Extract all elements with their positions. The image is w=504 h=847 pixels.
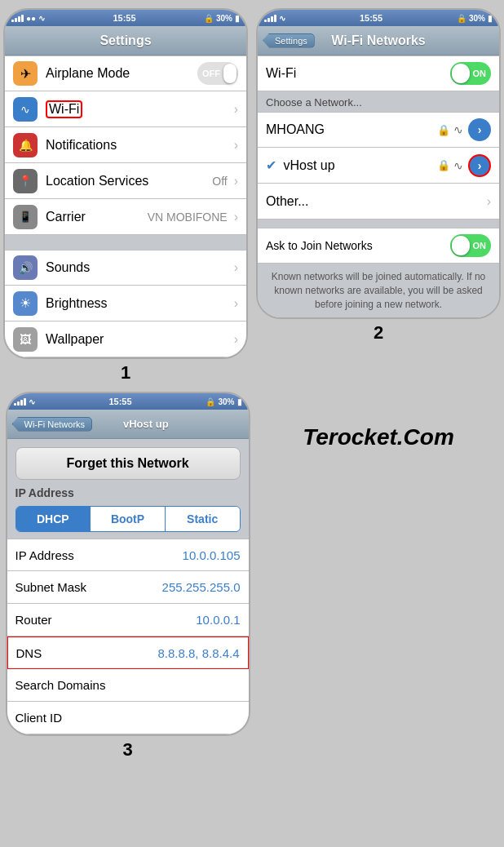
screen1-number: 1 bbox=[121, 362, 130, 384]
segment-control: DHCP BootP Static bbox=[15, 506, 241, 532]
airplane-toggle-label: OFF bbox=[202, 69, 220, 78]
screen2-number: 2 bbox=[374, 322, 383, 344]
wifi-toggle-knob bbox=[452, 64, 470, 83]
dns-label: DNS bbox=[16, 646, 158, 660]
search-domains-label: Search Domains bbox=[15, 678, 241, 692]
forget-network-btn[interactable]: Forget this Network bbox=[15, 447, 241, 480]
settings-group-1: ✈ Airplane Mode OFF ∿ Wi-Fi bbox=[5, 55, 246, 235]
brightness-label: Brightness bbox=[46, 296, 234, 311]
ask-join-row[interactable]: Ask to Join Networks ON bbox=[258, 228, 499, 264]
screen2-signal-bars bbox=[264, 15, 276, 22]
screen3-content: Forget this Network IP Address DHCP Boot… bbox=[7, 439, 249, 734]
airplane-label: Airplane Mode bbox=[46, 66, 197, 81]
carrier-icon: 📱 bbox=[13, 205, 38, 229]
other-row[interactable]: Other... › bbox=[258, 184, 499, 220]
airplane-row[interactable]: ✈ Airplane Mode OFF bbox=[5, 55, 246, 91]
ip-section-header: IP Address bbox=[7, 480, 249, 503]
screen2-battery: 30% bbox=[469, 14, 485, 23]
field-router[interactable]: Router 10.0.0.1 bbox=[7, 604, 249, 636]
wallpaper-label: Wallpaper bbox=[46, 332, 234, 347]
sounds-label: Sounds bbox=[46, 260, 234, 275]
ip-address-label: IP Address bbox=[15, 548, 183, 562]
screen2-spacer bbox=[258, 220, 499, 228]
location-chevron: › bbox=[234, 174, 238, 188]
screen2-wifi-icon: ∿ bbox=[279, 14, 285, 23]
brand-area: Terocket.Com bbox=[259, 424, 499, 450]
segment-dhcp[interactable]: DHCP bbox=[16, 507, 91, 531]
dns-value: 8.8.8.8, 8.8.4.4 bbox=[157, 646, 239, 660]
wallpaper-row[interactable]: 🖼 Wallpaper › bbox=[5, 322, 246, 357]
segment-static[interactable]: Static bbox=[166, 507, 240, 531]
sounds-row[interactable]: 🔊 Sounds › bbox=[5, 250, 246, 286]
wifi-toggle-switch[interactable]: ON bbox=[450, 62, 491, 85]
battery-icon: ▮ bbox=[235, 14, 240, 23]
wifi-chevron: › bbox=[234, 102, 238, 117]
group-spacer-1 bbox=[5, 235, 246, 250]
mhoang-wifi-icon: ∿ bbox=[453, 123, 463, 136]
screen3-back-button[interactable]: Wi-Fi Networks bbox=[12, 417, 93, 432]
network-row-mhoang[interactable]: MHOANG 🔒 ∿ › bbox=[258, 112, 499, 148]
lock-icon: 🔒 bbox=[204, 14, 214, 23]
vhost-wifi-icon: ∿ bbox=[453, 159, 463, 172]
field-dns[interactable]: DNS 8.8.8.8, 8.8.4.4 bbox=[7, 636, 249, 669]
ask-join-label: Ask to Join Networks bbox=[266, 239, 450, 252]
ask-join-info: Known networks will be joined automatica… bbox=[258, 264, 499, 317]
location-row[interactable]: 📍 Location Services Off › bbox=[5, 163, 246, 199]
wallpaper-icon: 🖼 bbox=[13, 327, 38, 352]
carrier-value: VN MOBIFONE bbox=[148, 211, 228, 224]
vhost-lock-icon: 🔒 bbox=[437, 159, 450, 171]
wifi-highlight: Wi-Fi bbox=[46, 100, 82, 118]
mhoang-icons: 🔒 ∿ bbox=[437, 123, 463, 136]
vhost-checkmark: ✔ bbox=[266, 158, 276, 172]
carrier-row[interactable]: 📱 Carrier VN MOBIFONE › bbox=[5, 199, 246, 235]
brightness-chevron: › bbox=[234, 296, 238, 311]
screen2-phone: ∿ 15:55 🔒 30% ▮ Settings Wi-Fi Networks … bbox=[256, 8, 501, 319]
other-label: Other... bbox=[266, 194, 487, 209]
vhost-name-text: vHost up bbox=[283, 158, 334, 172]
screen3-time: 15:55 bbox=[108, 397, 131, 406]
vhost-icons: 🔒 ∿ bbox=[437, 159, 463, 172]
brand-text: Terocket.Com bbox=[303, 424, 454, 450]
notifications-row[interactable]: 🔔 Notifications › bbox=[5, 127, 246, 163]
wifi-toggle-row[interactable]: Wi-Fi ON bbox=[258, 55, 499, 91]
sounds-chevron: › bbox=[234, 260, 238, 275]
brightness-row[interactable]: ☀ Brightness › bbox=[5, 286, 246, 322]
field-client-id[interactable]: Client ID bbox=[7, 702, 249, 734]
wallpaper-chevron: › bbox=[234, 332, 238, 347]
wifi-toggle-label: Wi-Fi bbox=[266, 66, 450, 81]
notifications-icon: 🔔 bbox=[13, 133, 38, 157]
screen2-back-button[interactable]: Settings bbox=[263, 33, 315, 48]
network-list: MHOANG 🔒 ∿ › ✔ vHost up bbox=[258, 112, 499, 220]
airplane-icon: ✈ bbox=[13, 61, 38, 86]
screen3-battery: 30% bbox=[218, 397, 234, 406]
carrier-chevron: › bbox=[234, 210, 238, 224]
vhost-detail-btn[interactable]: › bbox=[468, 154, 491, 177]
field-subnet-mask[interactable]: Subnet Mask 255.255.255.0 bbox=[7, 571, 249, 604]
screen3-battery-icon: ▮ bbox=[237, 397, 242, 406]
ask-join-toggle[interactable]: ON bbox=[450, 234, 491, 257]
wifi-on-label: ON bbox=[473, 69, 487, 78]
airplane-toggle[interactable]: OFF bbox=[197, 62, 238, 85]
screen3-phone: ∿ 15:55 🔒 30% ▮ Wi-Fi Networks vHost up … bbox=[6, 392, 250, 736]
screen3-navbar: Wi-Fi Networks vHost up bbox=[7, 410, 249, 439]
field-ip-address[interactable]: IP Address 10.0.0.105 bbox=[7, 539, 249, 571]
other-chevron: › bbox=[487, 194, 491, 209]
screen1-phone: ●● ∿ 15:55 🔒 30% ▮ Settings bbox=[3, 8, 248, 359]
location-label: Location Services bbox=[46, 174, 212, 188]
screen1-status-bar: ●● ∿ 15:55 🔒 30% ▮ bbox=[5, 10, 246, 26]
screen1-navbar: Settings bbox=[5, 26, 246, 55]
wifi-status-icon: ∿ bbox=[38, 14, 45, 23]
screen2-status-bar: ∿ 15:55 🔒 30% ▮ bbox=[258, 10, 499, 26]
screen3-status-bar: ∿ 15:55 🔒 30% ▮ bbox=[7, 393, 249, 410]
screen3-lock-icon: 🔒 bbox=[206, 397, 215, 406]
wifi-row[interactable]: ∿ Wi-Fi › bbox=[5, 91, 246, 127]
field-search-domains[interactable]: Search Domains bbox=[7, 669, 249, 702]
network-row-vhost[interactable]: ✔ vHost up 🔒 ∿ › bbox=[258, 148, 499, 184]
screen2-time: 15:55 bbox=[360, 13, 382, 23]
screen3-nav-subtitle: vHost up bbox=[97, 418, 194, 430]
screen2-navbar: Settings Wi-Fi Networks bbox=[258, 26, 499, 55]
screen1-title: Settings bbox=[99, 33, 151, 48]
screen3-wifi-icon: ∿ bbox=[29, 397, 35, 406]
segment-bootp[interactable]: BootP bbox=[91, 507, 166, 531]
mhoang-detail-btn[interactable]: › bbox=[468, 118, 491, 141]
